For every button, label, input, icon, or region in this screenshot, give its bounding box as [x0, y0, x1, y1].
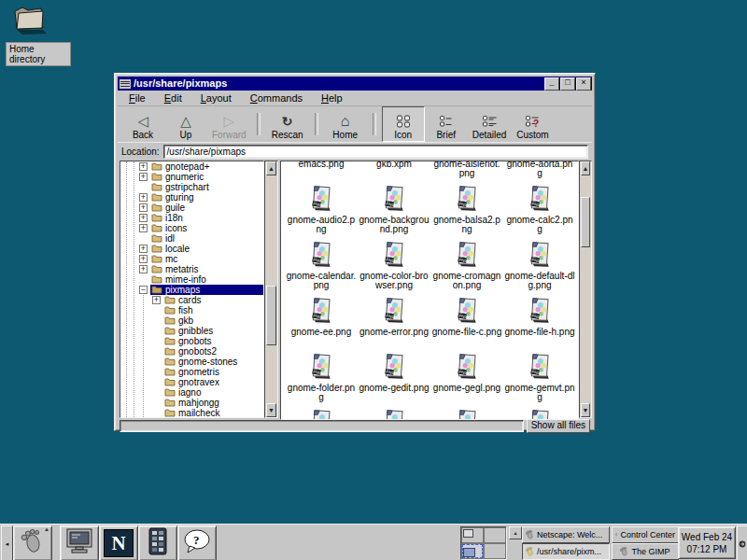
file-item[interactable]: PNG gnome-folder.png: [285, 353, 358, 409]
menu-layout[interactable]: Layout: [201, 92, 232, 104]
menu-edit[interactable]: Edit: [164, 92, 182, 104]
file-item[interactable]: PNG gnome-calendar.png: [285, 241, 358, 297]
tree-item[interactable]: gnotravex: [120, 377, 263, 387]
tasklist-arrow-button[interactable]: ▲: [509, 526, 522, 539]
file-item[interactable]: PNG: [285, 409, 358, 420]
tree-expander-icon[interactable]: +: [139, 193, 148, 202]
tree-item[interactable]: + gturing: [120, 192, 263, 203]
show-all-files-button[interactable]: Show all files: [527, 419, 590, 433]
tree-expander-icon[interactable]: +: [139, 265, 148, 273]
file-item[interactable]: PNG gnome-gegl.png: [430, 353, 503, 409]
file-item[interactable]: PNG gnome-gemvt.png: [503, 353, 576, 409]
tree-expander-icon[interactable]: +: [139, 203, 148, 212]
tree-item[interactable]: gnibbles: [120, 326, 263, 336]
file-item[interactable]: PNG gnome-calc2.png: [503, 185, 576, 241]
tree-item[interactable]: + mc: [120, 254, 263, 264]
tree-item[interactable]: gnometris: [120, 367, 263, 377]
back-button[interactable]: ◁ Back: [121, 106, 164, 142]
tree-item[interactable]: gkb: [120, 315, 263, 326]
file-item[interactable]: PNG: [358, 409, 430, 420]
tree-item[interactable]: mahjongg: [120, 398, 263, 408]
icon-view-button[interactable]: Icon: [382, 106, 425, 142]
file-item[interactable]: PNG gnome-file-c.png: [430, 297, 503, 353]
location-input[interactable]: /usr/share/pixmaps: [163, 145, 588, 159]
tree-item[interactable]: + cards: [120, 295, 263, 305]
file-item[interactable]: PNG gnome-default-dlg.png: [503, 241, 576, 297]
tree-expander-icon[interactable]: +: [152, 296, 161, 304]
help-launcher[interactable]: ?: [177, 525, 217, 560]
tree-scrollbar[interactable]: ▲ ▼: [264, 161, 278, 418]
panel-hide-left-button[interactable]: ◄: [1, 525, 13, 560]
file-item[interactable]: PNG gnome-gedit.png: [358, 353, 430, 409]
tree-expander-icon[interactable]: +: [139, 162, 148, 171]
detailed-view-button[interactable]: Detailed: [468, 106, 512, 142]
workspace-1[interactable]: [461, 527, 484, 543]
rescan-button[interactable]: ↻ Rescan: [266, 106, 309, 142]
tree-item[interactable]: gnobots: [120, 336, 263, 346]
tree-item[interactable]: + icons: [120, 223, 263, 233]
clock-applet[interactable]: Wed Feb 24 07:12 PM: [678, 526, 736, 559]
home-button[interactable]: ⌂ Home: [324, 106, 367, 142]
file-item[interactable]: PNG gnome-cromagnon.png: [430, 241, 503, 297]
tree-item[interactable]: + guile: [120, 203, 263, 213]
file-item[interactable]: PNG gnome-balsa2.png: [430, 185, 503, 241]
tree-expander-icon[interactable]: +: [139, 224, 148, 232]
home-directory-desktop-icon[interactable]: Home directory: [6, 4, 71, 66]
menu-help[interactable]: Help: [321, 92, 343, 104]
file-icon-view[interactable]: PNG emacs.png PNG: [280, 161, 579, 420]
workspace-4[interactable]: [484, 543, 506, 559]
file-item[interactable]: PNG gnome-file-h.png: [503, 297, 576, 353]
file-item[interactable]: PNG: [430, 409, 503, 420]
tree-item[interactable]: iagno: [120, 387, 263, 398]
tree-item[interactable]: fish: [120, 305, 263, 315]
task-file-manager-active[interactable]: /usr/share/pixm...: [522, 543, 610, 560]
file-item[interactable]: PNG gnome-error.png: [358, 297, 430, 353]
task-control-center[interactable]: Control Center: [612, 526, 679, 543]
tree-item[interactable]: + i18n: [120, 213, 263, 223]
file-item[interactable]: PNG emacs.png: [285, 161, 358, 185]
up-button[interactable]: △ Up: [164, 106, 207, 142]
iconview-scrollbar[interactable]: ▲ ▼: [579, 161, 592, 418]
brief-view-button[interactable]: Brief: [425, 106, 468, 142]
window-titlebar[interactable]: /usr/share/pixmaps _ □ ×: [118, 77, 592, 91]
file-item[interactable]: PNG gnome-background.png: [358, 185, 430, 241]
scroll-down-arrow[interactable]: ▼: [581, 403, 590, 417]
menu-file[interactable]: File: [129, 92, 146, 104]
tree-expander-icon[interactable]: +: [139, 173, 148, 181]
tree-item[interactable]: gnobots2: [120, 346, 263, 357]
keypad-launcher[interactable]: [138, 525, 177, 560]
tree-scroll-thumb[interactable]: [266, 286, 276, 345]
scroll-down-arrow[interactable]: ▼: [266, 403, 276, 417]
workspace-2[interactable]: [484, 527, 506, 543]
workspace-pager[interactable]: [460, 526, 507, 560]
tree-item[interactable]: + metatris: [120, 264, 263, 274]
tree-item[interactable]: idl: [120, 233, 263, 244]
file-item[interactable]: PNG gkb.xpm: [358, 161, 430, 185]
custom-view-button[interactable]: ? Custom: [511, 106, 554, 142]
maximize-button[interactable]: □: [560, 77, 575, 91]
tree-item[interactable]: gnome-stones: [120, 357, 263, 367]
tree-item[interactable]: mailcheck: [120, 408, 263, 418]
minimize-button[interactable]: _: [544, 77, 559, 91]
panel-hide-right-button[interactable]: [737, 525, 747, 560]
tree-expander-icon[interactable]: +: [139, 214, 148, 222]
tree-item[interactable]: + locale: [120, 244, 263, 254]
file-item[interactable]: PNG gnome-ee.png: [285, 297, 358, 353]
netscape-launcher[interactable]: N: [99, 525, 138, 560]
file-item[interactable]: PNG: [503, 409, 576, 420]
tree-item[interactable]: mime-info: [120, 274, 263, 285]
terminal-launcher[interactable]: [60, 525, 99, 560]
tree-expander-icon[interactable]: +: [139, 255, 148, 263]
tree-item[interactable]: − pixmaps: [120, 285, 263, 295]
tree-expander-icon[interactable]: −: [139, 286, 148, 294]
file-item[interactable]: PNG gnome-aorta.png: [503, 161, 576, 185]
file-item[interactable]: PNG gnome-aisleriot.png: [430, 161, 503, 185]
tree-item[interactable]: gstripchart: [120, 182, 263, 192]
iconview-scroll-thumb[interactable]: [581, 197, 590, 247]
file-item[interactable]: PNG gnome-color-browser.png: [358, 241, 430, 297]
tree-expander-icon[interactable]: +: [139, 245, 148, 253]
file-item[interactable]: PNG gnome-audio2.png: [285, 185, 358, 241]
tree-item[interactable]: + gnumeric: [120, 172, 263, 182]
scroll-up-arrow[interactable]: ▲: [266, 161, 276, 175]
window-menu-icon[interactable]: [120, 79, 131, 89]
